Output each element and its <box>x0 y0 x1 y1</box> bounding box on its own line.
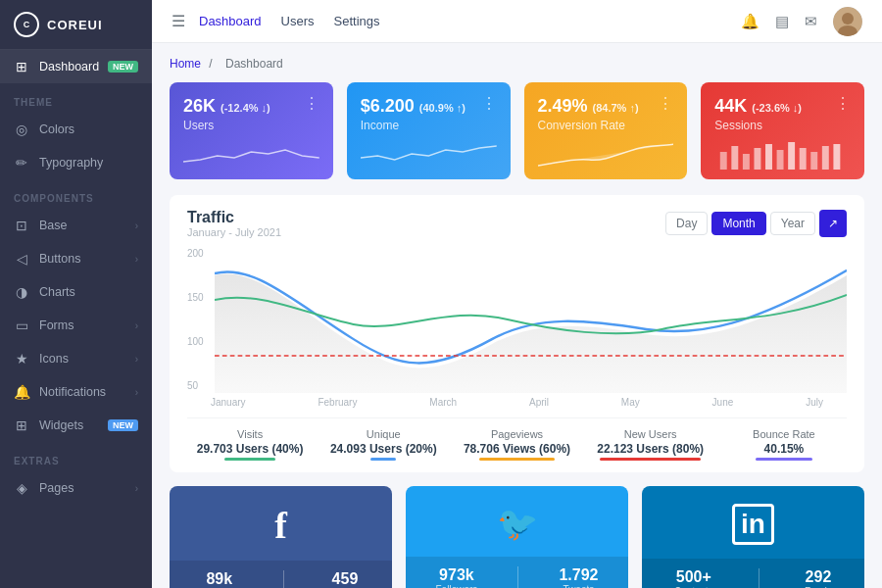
chevron-icon: › <box>135 320 138 331</box>
sidebar-item-label: Typography <box>39 156 103 170</box>
stat-card-users: 26K (-12.4% ↓) Users ⋮ <box>170 82 333 179</box>
notifications-icon: 🔔 <box>14 384 29 400</box>
sidebar-logo: C COREUI <box>0 0 152 50</box>
sidebar-item-notifications[interactable]: 🔔 Notifications › <box>0 375 152 409</box>
linkedin-stats: 500+ Contacts 292 Feeds <box>642 559 864 588</box>
linkedin-card-top: in <box>642 486 864 559</box>
sidebar-item-dashboard[interactable]: ⊞ Dashboard NEW <box>0 50 152 83</box>
traffic-stat-unique: Unique 24.093 Users (20%) <box>320 428 446 461</box>
stat-menu-users[interactable]: ⋮ <box>304 96 319 112</box>
colors-icon: ◎ <box>14 122 29 137</box>
traffic-section: Traffic January - July 2021 Day Month Ye… <box>170 195 864 472</box>
chart-x-labels: January February March April May June Ju… <box>187 397 847 408</box>
stat-menu-income[interactable]: ⋮ <box>481 96 497 112</box>
sidebar-item-label: Pages <box>39 481 74 495</box>
facebook-friends: 89k Friends <box>203 570 235 588</box>
btn-day[interactable]: Day <box>665 212 708 235</box>
svg-rect-8 <box>777 150 784 170</box>
bounce-label: Bounce Rate <box>721 428 847 440</box>
svg-rect-7 <box>765 144 772 170</box>
chart-action-btn[interactable]: ↗ <box>819 210 847 237</box>
chart-y-labels: 200 150 100 50 <box>187 246 211 393</box>
traffic-subtitle: January - July 2021 <box>187 226 281 238</box>
sidebar-item-base[interactable]: ⊡ Base › <box>0 209 152 242</box>
sidebar-item-forms[interactable]: ▭ Forms › <box>0 309 152 342</box>
facebook-feeds-value: 459 <box>331 570 359 588</box>
stat-label-users: Users <box>183 119 270 132</box>
hamburger-icon[interactable]: ☰ <box>172 12 185 30</box>
sidebar-item-label: Base <box>39 219 68 232</box>
traffic-chart-svg <box>215 246 847 393</box>
stat-chart-users <box>183 138 319 170</box>
stat-value-sessions: 44K (-23.6% ↓) <box>714 96 802 117</box>
svg-rect-11 <box>811 152 818 170</box>
linkedin-feeds: 292 Feeds <box>805 568 832 588</box>
stat-chart-income <box>361 138 497 170</box>
sidebar-item-charts[interactable]: ◑ Charts <box>0 275 152 309</box>
chevron-icon: › <box>135 387 138 398</box>
sidebar-item-pages[interactable]: ◈ Pages › <box>0 471 152 505</box>
topbar: ☰ Dashboard Users Settings 🔔 ▤ ✉ <box>152 0 882 43</box>
unique-label: Unique <box>320 428 446 440</box>
svg-rect-13 <box>834 144 841 170</box>
main-content: ☰ Dashboard Users Settings 🔔 ▤ ✉ Home / … <box>152 0 882 588</box>
twitter-stats: 973k Followers 1.792 Tweets <box>406 557 628 588</box>
sidebar-item-label: Widgets <box>39 418 83 432</box>
bell-icon[interactable]: 🔔 <box>741 13 760 30</box>
btn-year[interactable]: Year <box>770 212 815 235</box>
social-cards: f 89k Friends 459 Feeds 🐦 <box>170 486 864 588</box>
charts-icon: ◑ <box>14 284 29 300</box>
sidebar-item-label: Icons <box>39 352 69 366</box>
stat-menu-conversion[interactable]: ⋮ <box>658 96 673 112</box>
stat-label-sessions: Sessions <box>714 119 802 132</box>
stat-menu-sessions[interactable]: ⋮ <box>835 96 851 112</box>
sidebar-item-buttons[interactable]: ◁ Buttons › <box>0 242 152 275</box>
facebook-icon: f <box>274 504 287 547</box>
twitter-tweets-label: Tweets <box>559 584 598 588</box>
btn-month[interactable]: Month <box>711 212 765 235</box>
components-section-label: COMPONENTS <box>0 179 152 209</box>
extras-section-label: EXTRAS <box>0 442 152 471</box>
breadcrumb-home[interactable]: Home <box>170 57 201 71</box>
traffic-stat-visits: Visits 29.703 Users (40%) <box>187 428 313 461</box>
traffic-stat-newusers: New Users 22.123 Users (80%) <box>588 428 713 461</box>
pageviews-bar <box>479 458 555 461</box>
stat-card-income: $6.200 (40.9% ↑) Income ⋮ <box>347 82 511 179</box>
stat-change-sessions: (-23.6% ↓) <box>752 102 802 114</box>
nav-users[interactable]: Users <box>281 14 315 28</box>
sidebar-item-icons[interactable]: ★ Icons › <box>0 342 152 375</box>
user-avatar[interactable] <box>833 7 862 36</box>
sidebar-item-typography[interactable]: ✏ Typography <box>0 146 152 179</box>
traffic-header: Traffic January - July 2021 Day Month Ye… <box>187 209 847 238</box>
stat-chart-sessions <box>714 138 851 170</box>
stat-change-income: (40.9% ↑) <box>419 102 466 114</box>
svg-rect-4 <box>732 146 739 170</box>
topbar-right: 🔔 ▤ ✉ <box>741 7 862 36</box>
visits-label: Visits <box>187 428 313 440</box>
logo-text: COREUI <box>47 18 103 32</box>
sidebar-item-colors[interactable]: ◎ Colors <box>0 113 152 146</box>
sidebar-item-widgets[interactable]: ⊞ Widgets NEW <box>0 409 152 442</box>
pageviews-value: 78.706 Views (60%) <box>454 442 579 456</box>
mail-icon[interactable]: ✉ <box>805 13 817 30</box>
chevron-icon: › <box>135 354 138 365</box>
visits-value: 29.703 Users (40%) <box>187 442 313 456</box>
stat-change-users: (-12.4% ↓) <box>220 102 270 114</box>
forms-icon: ▭ <box>14 318 29 333</box>
twitter-tweets-value: 1.792 <box>559 566 598 584</box>
page-content: Home / Dashboard 26K (-12.4% ↓) Users ⋮ <box>152 43 882 588</box>
twitter-followers-label: Followers <box>436 584 478 588</box>
list-icon[interactable]: ▤ <box>775 13 789 30</box>
nav-settings[interactable]: Settings <box>334 14 380 28</box>
newusers-label: New Users <box>588 428 713 440</box>
twitter-card-top: 🐦 <box>406 486 628 557</box>
unique-bar <box>370 458 396 461</box>
nav-dashboard[interactable]: Dashboard <box>199 14 262 28</box>
stat-value-users: 26K (-12.4% ↓) <box>183 96 270 117</box>
dashboard-icon: ⊞ <box>14 59 29 74</box>
svg-rect-9 <box>788 142 795 170</box>
new-badge: NEW <box>108 61 138 73</box>
facebook-stats: 89k Friends 459 Feeds <box>170 561 392 588</box>
twitter-followers-value: 973k <box>436 566 478 584</box>
newusers-value: 22.123 Users (80%) <box>588 442 713 456</box>
